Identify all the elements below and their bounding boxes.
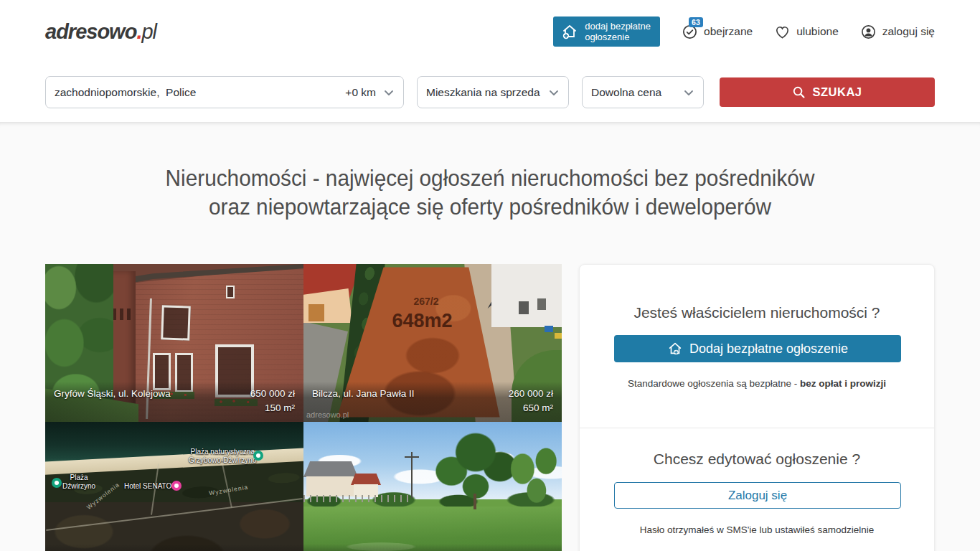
photo-car-blue	[545, 326, 553, 332]
listings-grid: Gryfów Śląski, ul. Kolejowa 650 000 zł 1…	[45, 264, 562, 551]
hotel-marker-icon	[171, 481, 182, 491]
photo-house-roof	[303, 461, 358, 477]
add-listing-button[interactable]: dodaj bezpłatne ogłoszenie	[553, 17, 660, 47]
listing-card-bilcza[interactable]: 267/2 648m2 adresowo.pl Bilcza, ul. Jana…	[303, 264, 562, 422]
map-label-beach-naturist: Plaża naturystyczna Grzybowo-Dźwirzyno	[189, 448, 256, 465]
listing-caption: Gryfów Śląski, ul. Kolejowa 650 000 zł 1…	[45, 382, 303, 422]
beach-marker-icon	[52, 478, 62, 488]
category-value: Mieszkania na sprzeda	[426, 86, 547, 99]
listing-address: Bilcza, ul. Jana Pawła II	[312, 387, 415, 401]
header: adresowo.pl dodaj bezpłatne ogłoszenie	[45, 0, 935, 63]
watermark: adresowo.pl	[306, 410, 349, 419]
photo-gable-windows	[113, 309, 131, 320]
photo-house-roof	[351, 474, 381, 485]
search-icon	[792, 85, 806, 99]
owner-note-bold: bez opłat i prowizji	[800, 378, 886, 389]
house-plus-icon	[667, 341, 683, 357]
listing-caption: Grojec, ul. Bagienna 891 000 zł	[303, 544, 562, 551]
photo-birches	[506, 435, 562, 512]
photo-power-pole	[411, 452, 413, 498]
location-value: zachodniopomorskie, Police	[55, 86, 196, 99]
price-value: Dowolna cena	[591, 86, 661, 99]
header-nav: dodaj bezpłatne ogłoszenie 63 obejrzane	[553, 17, 935, 47]
map-label-beach: Plaża Dźwirzyno	[62, 474, 95, 491]
beach-marker-icon	[253, 451, 263, 461]
nav-viewed[interactable]: 63 obejrzane	[682, 24, 753, 40]
listing-card-gryfow[interactable]: Gryfów Śląski, ul. Kolejowa 650 000 zł 1…	[45, 264, 303, 422]
listing-card-grojec[interactable]: Grojec, ul. Bagienna 891 000 zł	[303, 422, 562, 551]
sidebar-divider	[580, 428, 934, 428]
sidebar-card: Jesteś właścicielem nieruchomości ? Doda…	[579, 264, 935, 551]
listing-card-dzwirzyno[interactable]: Plaża naturystyczna Grzybowo-Dźwirzyno P…	[45, 422, 303, 551]
listing-caption: Dźwirzyno, ul. Wyzwolenia zapytaj	[45, 544, 303, 551]
search-bar: zachodniopomorskie, Police +0 km Mieszka…	[45, 76, 935, 108]
user-icon	[860, 24, 877, 40]
plot-number-label: 267/2	[384, 296, 469, 307]
price-select[interactable]: Dowolna cena	[582, 76, 704, 108]
listing-photo-meadow	[303, 422, 562, 551]
sidebar-login-label: Zaloguj się	[728, 489, 787, 503]
photo-window	[226, 286, 235, 298]
photo-window	[537, 298, 546, 310]
location-input[interactable]: zachodniopomorskie, Police +0 km	[45, 76, 404, 108]
owner-note: Standardowe ogłoszenia są bezpłatne - be…	[580, 378, 934, 389]
page-title-line2: oraz niepowtarzające się oferty pośredni…	[34, 192, 946, 221]
photo-car-yellow	[555, 333, 562, 339]
photo-fence	[303, 495, 411, 502]
page-title: Nieruchomości - najwięcej ogłoszeń nieru…	[34, 164, 946, 221]
house-plus-icon	[561, 23, 578, 40]
search-button-label: SZUKAJ	[812, 85, 862, 99]
listing-area: 150 m²	[265, 401, 295, 415]
nav-favorites-label: ulubione	[796, 25, 839, 38]
listing-photo-map: Plaża naturystyczna Grzybowo-Dźwirzyno P…	[45, 422, 303, 551]
logo-brand: adresowo	[45, 20, 136, 43]
photo-window	[161, 305, 191, 340]
photo-tree-trunk	[473, 494, 476, 509]
nav-login[interactable]: zaloguj się	[860, 24, 935, 40]
sidebar-login-button[interactable]: Zaloguj się	[614, 482, 901, 509]
listing-price: 260 000 zł	[509, 387, 553, 401]
chevron-down-icon	[548, 87, 560, 98]
plot-area-label: 648m2	[376, 310, 469, 332]
location-radius-select[interactable]: +0 km	[345, 86, 395, 99]
listing-price: 650 000 zł	[250, 387, 295, 401]
listing-price-area: 260 000 zł 650 m²	[509, 387, 553, 415]
search-button[interactable]: SZUKAJ	[720, 77, 935, 107]
location-radius-value: +0 km	[345, 86, 376, 99]
photo-house-wall	[306, 476, 354, 496]
listing-price-area: 650 000 zł 150 m²	[250, 387, 295, 415]
nav-login-label: zaloguj się	[882, 25, 935, 38]
logo[interactable]: adresowo.pl	[45, 20, 156, 44]
listing-address: Gryfów Śląski, ul. Kolejowa	[54, 387, 171, 401]
owner-section-title: Jesteś właścicielem nieruchomości ?	[580, 304, 934, 321]
chevron-down-icon	[683, 87, 694, 98]
photo-garage-door	[308, 304, 324, 321]
photo-power-pole-crossbar	[405, 456, 419, 458]
chevron-down-icon	[383, 87, 395, 98]
photo-right-house-wall	[491, 264, 562, 327]
heart-icon	[774, 24, 791, 40]
edit-note: Hasło otrzymałeś w SMS'ie lub ustawiłeś …	[580, 524, 934, 535]
add-listing-label: dodaj bezpłatne ogłoszenie	[585, 21, 651, 42]
logo-tld: pl	[141, 20, 156, 43]
viewed-count-badge: 63	[689, 17, 703, 27]
page: adresowo.pl dodaj bezpłatne ogłoszenie	[0, 0, 980, 551]
sidebar-add-listing-label: Dodaj bezpłatne ogłoszenie	[689, 342, 848, 357]
edit-section-title: Chcesz edytować ogłoszenie ?	[580, 451, 934, 468]
sidebar-add-listing-button[interactable]: Dodaj bezpłatne ogłoszenie	[614, 335, 901, 362]
category-select[interactable]: Mieszkania na sprzeda	[417, 76, 569, 108]
map-label-hotel: Hotel SENATOR	[124, 482, 177, 491]
nav-favorites[interactable]: ulubione	[774, 24, 839, 40]
listing-area: 650 m²	[523, 401, 553, 415]
photo-window	[519, 301, 529, 314]
nav-viewed-label: obejrzane	[704, 25, 753, 38]
page-title-line1: Nieruchomości - najwięcej ogłoszeń nieru…	[34, 164, 946, 192]
